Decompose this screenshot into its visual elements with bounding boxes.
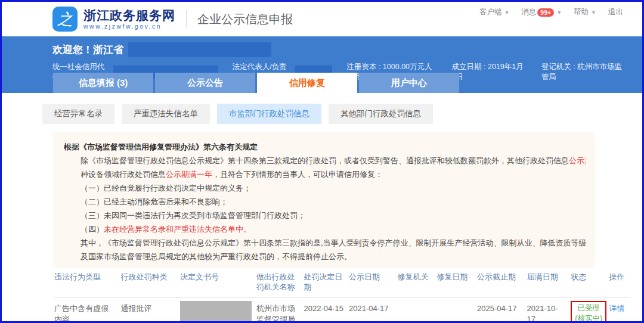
column-header: 修复日期 bbox=[436, 272, 477, 282]
menu-item-client[interactable]: 客户端▼ bbox=[479, 7, 509, 17]
tab-announcement[interactable]: 公示公告 bbox=[155, 73, 255, 93]
notice-text: 其中，《市场监督管理行政处罚信息公示规定》第十四条第三款指的是,当事人受到责令停… bbox=[80, 238, 586, 247]
chevron-down-icon: ▼ bbox=[591, 10, 596, 15]
notice-text: （二）已经主动消除危害后果和不良影响； bbox=[80, 197, 228, 206]
notice-line: 种设备领域行政处罚信息公示期满一年，且符合下列情形的当事人，可以申请信用修复： bbox=[64, 167, 586, 181]
notice-text: ，且符合下列情形的当事人，可以申请信用修复： bbox=[212, 170, 383, 179]
column-header: 公示日期 bbox=[349, 272, 398, 282]
column-header: 做出行政处罚机关名称 bbox=[256, 272, 304, 292]
column-header: 处罚决定日期 bbox=[304, 272, 349, 292]
header-divider bbox=[186, 10, 187, 28]
violation-type-cell: 广告中含有虚假内容 bbox=[54, 298, 120, 323]
tab-user-center[interactable]: 用户中心 bbox=[359, 73, 459, 93]
subtab-serious-illegal[interactable]: 严重违法失信名单 bbox=[122, 104, 210, 124]
regulation-notice-box: 根据《市场监督管理信用修复管理办法》第六条有关规定除《市场监督管理行政处罚信息公… bbox=[53, 132, 595, 268]
status-cell: 已受理(核实中) bbox=[571, 298, 609, 323]
publicity-date-cell: 2021-04-17 bbox=[349, 298, 398, 314]
page-title: 企业公示信息申报 bbox=[197, 11, 293, 27]
notice-line: 及国家市场监督管理总局规定的其他较为严重行政处罚的，不得提前停止公示。 bbox=[64, 250, 586, 263]
notice-text: （三）未因同一类违法行为再次受到市场监督管理部门行政处罚； bbox=[80, 211, 305, 220]
column-header: 违法行为类型 bbox=[54, 272, 121, 282]
notice-line: 其中，《市场监督管理行政处罚信息公示规定》第十四条第三款指的是,当事人受到责令停… bbox=[64, 236, 586, 250]
decision-date-cell: 2022-04-15 bbox=[304, 298, 349, 314]
menu-item-label: 客户端 bbox=[479, 7, 502, 17]
column-header: 行政处罚种类 bbox=[121, 272, 181, 282]
notice-line: 根据《市场监督管理信用修复管理办法》第六条有关规定 bbox=[64, 140, 586, 154]
notice-text: 及国家市场监督管理总局规定的其他较为严重行政处罚的，不得提前停止公示。 bbox=[80, 252, 352, 261]
column-header: 状态 bbox=[571, 272, 609, 282]
redacted-company-name bbox=[128, 42, 271, 57]
table-header-row: 违法行为类型行政处罚种类决定文书号做出行政处罚机关名称处罚决定日期公示日期修复机… bbox=[54, 272, 630, 298]
document-number-cell bbox=[180, 298, 256, 322]
column-header: 修复机关 bbox=[398, 272, 437, 282]
notice-highlight-text: 未在经营异常名录和严重违法失信名单中。 bbox=[104, 225, 251, 234]
status-line1: 已受理 bbox=[574, 303, 603, 313]
repair-org-cell bbox=[398, 298, 437, 303]
menu-item-label: 帮助 bbox=[574, 7, 589, 17]
info-field-founded: 成立日期 : 2019年1月1日 bbox=[452, 62, 527, 82]
welcome-row: 欢迎您！浙江省 bbox=[52, 42, 642, 57]
logo-text: 浙江政务服务网 www.zjzwfw.gov.cn bbox=[83, 8, 175, 30]
menu-item-help[interactable]: 帮助▼ bbox=[574, 7, 596, 17]
redacted-document-number bbox=[180, 301, 252, 322]
penalty-type-cell: 通报批评 bbox=[120, 298, 179, 314]
tab-info-fill[interactable]: 信息填报 (3) bbox=[53, 73, 153, 93]
notice-text: 除《市场监督管理行政处罚信息公示规定》第十四条第三款规定的行政处罚，或者仅受到警… bbox=[80, 156, 569, 165]
column-header: 决定文书号 bbox=[180, 272, 256, 282]
repair-date-cell bbox=[436, 298, 477, 303]
detail-link[interactable]: 详情 bbox=[609, 304, 624, 313]
info-field-registry: 登记机关 : 杭州市市场监管局 bbox=[541, 62, 628, 82]
top-menu: 客户端▼消息99+▼帮助▼退出 bbox=[467, 7, 623, 17]
app-window: 之 浙江政务服务网 www.zjzwfw.gov.cn 企业公示信息申报 客户端… bbox=[0, 0, 644, 323]
zhejiang-gov-logo-icon: 之 bbox=[52, 7, 78, 32]
penalty-table: 违法行为类型行政处罚种类决定文书号做出行政处罚机关名称处罚决定日期公示日期修复机… bbox=[54, 272, 630, 323]
subtab-bar: 经营异常名录严重违法失信名单市监部门行政处罚信息其他部门行政处罚信息 bbox=[42, 104, 642, 124]
notice-highlight-text: 公示期满六个月 bbox=[569, 156, 586, 165]
notice-highlight-text: 公示期满一年 bbox=[166, 170, 212, 179]
expiry-date-cell: 2021-10-17 bbox=[527, 298, 571, 323]
column-header: 操作 bbox=[609, 272, 630, 282]
menu-item-label: 消息 bbox=[521, 7, 536, 17]
notice-line: （三）未因同一类违法行为再次受到市场监督管理部门行政处罚； bbox=[64, 209, 586, 222]
site-logo[interactable]: 之 浙江政务服务网 www.zjzwfw.gov.cn bbox=[52, 7, 175, 32]
notice-line: （一）已经自觉履行行政处罚决定中规定的义务； bbox=[64, 181, 586, 195]
authority-cell: 杭州市市场监督管理局 bbox=[256, 298, 304, 323]
column-header: 公示截止期 bbox=[477, 272, 527, 282]
menu-item-logout[interactable]: 退出 bbox=[608, 7, 623, 17]
notice-line: （二）已经主动消除危害后果和不良影响； bbox=[64, 195, 586, 209]
status-line2: (核实中) bbox=[574, 313, 603, 323]
chevron-down-icon: ▼ bbox=[556, 10, 562, 15]
info-field-label: 成立日期 : 2019年1月1日 bbox=[452, 62, 527, 82]
message-count-badge: 99+ bbox=[537, 8, 554, 17]
logo-title: 浙江政务服务网 bbox=[83, 8, 175, 23]
chevron-down-icon: ▼ bbox=[504, 10, 509, 15]
tab-credit-repair[interactable]: 信用修复 bbox=[257, 73, 357, 101]
notice-line: （四）未在经营异常名录和严重违法失信名单中。 bbox=[64, 222, 586, 236]
info-field-label: 登记机关 : 杭州市市场监管局 bbox=[541, 62, 628, 82]
notice-text: （四） bbox=[80, 225, 104, 234]
subtab-other-penalty[interactable]: 其他部门行政处罚信息 bbox=[329, 104, 433, 124]
column-header: 届满日期 bbox=[527, 272, 571, 282]
notice-text: 种设备领域行政处罚信息 bbox=[80, 170, 166, 179]
logo-url: www.zjzwfw.gov.cn bbox=[83, 23, 175, 30]
status-badge: 已受理(核实中) bbox=[571, 301, 606, 323]
subtab-market-penalty[interactable]: 市监部门行政处罚信息 bbox=[217, 104, 321, 124]
main-tab-bar: 信息填报 (3)公示公告信用修复用户中心 bbox=[53, 73, 461, 101]
top-header: 之 浙江政务服务网 www.zjzwfw.gov.cn 企业公示信息申报 客户端… bbox=[2, 2, 642, 36]
publicity-deadline-cell: 2025-04-17 bbox=[477, 298, 527, 314]
subtab-abnormal-list[interactable]: 经营异常名录 bbox=[42, 104, 114, 124]
table-row: 广告中含有虚假内容通报批评杭州市市场监督管理局2022-04-152021-04… bbox=[54, 298, 630, 323]
welcome-text: 欢迎您！浙江省 bbox=[52, 43, 123, 57]
menu-item-label: 退出 bbox=[608, 7, 623, 17]
notice-text: （一）已经自觉履行行政处罚决定中规定的义务； bbox=[80, 184, 251, 192]
action-cell: 详情 bbox=[609, 298, 630, 314]
notice-text: 根据《市场监督管理信用修复管理办法》第六条有关规定 bbox=[64, 142, 258, 151]
notice-line: 除《市场监督管理行政处罚信息公示规定》第十四条第三款规定的行政处罚，或者仅受到警… bbox=[64, 154, 586, 167]
menu-item-messages[interactable]: 消息99+▼ bbox=[521, 7, 562, 17]
company-banner: 欢迎您！浙江省 统一社会信用代码 :法定代表人/负责人 :注册资本 : 1000… bbox=[2, 36, 642, 93]
